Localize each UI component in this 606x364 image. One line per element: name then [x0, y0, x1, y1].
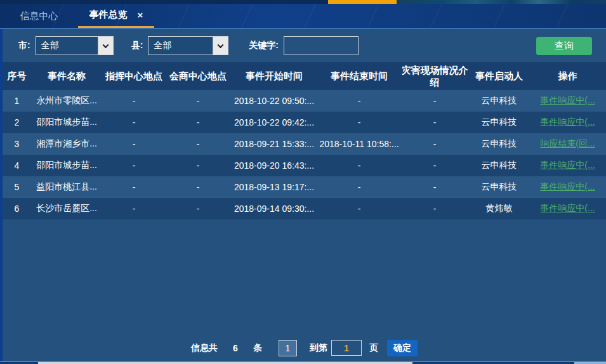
table-row: 3 湘潭市湘乡市... - - 2018-09-21 15:33:... 201… [3, 133, 606, 155]
event-action-link[interactable]: 事件响应中(... [540, 95, 595, 107]
event-action-link[interactable]: 事件响应中(... [540, 181, 595, 193]
chevron-down-icon [98, 37, 113, 55]
column-header-action: 操作 [529, 62, 606, 90]
table-row: 6 长沙市岳麓区... - - 2018-09-14 09:30:... - -… [3, 198, 606, 219]
city-label: 市: [18, 40, 30, 51]
cell-action: 事件响应中(... [529, 155, 606, 176]
total-prefix-label: 信息共 [191, 342, 218, 354]
table-row: 4 邵阳市城步苗... - - 2018-09-20 16:43:... - -… [3, 155, 606, 176]
cell-end-time: - [318, 112, 400, 133]
cell-no: 1 [3, 90, 31, 112]
cell-intro: - [400, 112, 469, 133]
query-button[interactable]: 查询 [536, 37, 592, 55]
cell-event-name: 益阳市桃江县... [31, 176, 102, 198]
table-row: 1 永州市零陵区... - - 2018-10-22 09:50:... - -… [3, 90, 606, 112]
cell-event-name: 邵阳市城步苗... [31, 112, 102, 133]
cell-consult-center: - [166, 90, 230, 112]
column-header-event-name: 事件名称 [31, 62, 102, 90]
event-action-link[interactable]: 事件响应中(... [540, 117, 595, 128]
total-count: 6 [233, 343, 238, 353]
tab-info-center-label: 信息中心 [20, 10, 58, 22]
pagination-bar: 信息共 6 条 1 到第 页 确定 [3, 338, 606, 361]
cell-end-time: - [318, 176, 400, 198]
cell-initiator: 云申科技 [469, 155, 529, 176]
city-select[interactable]: 全部 [36, 36, 114, 55]
cell-initiator: 云申科技 [469, 176, 529, 198]
cell-no: 4 [3, 155, 31, 176]
column-header-end-time: 事件结束时间 [318, 62, 400, 90]
unit-label: 条 [253, 342, 262, 354]
tab-event-overview-label: 事件总览 [89, 9, 128, 21]
goto-page-input[interactable] [331, 340, 362, 356]
close-tab-icon[interactable]: × [138, 10, 143, 20]
cell-start-time: 2018-10-22 09:50:... [230, 90, 318, 112]
chevron-down-icon [213, 37, 228, 55]
cell-command-center: - [102, 155, 166, 176]
cell-consult-center: - [166, 176, 230, 198]
column-header-consult-center: 会商中心地点 [166, 62, 230, 90]
cell-command-center: - [102, 198, 166, 219]
keyword-input[interactable] [284, 36, 359, 55]
cell-initiator: 云申科技 [469, 133, 529, 155]
cell-event-name: 永州市零陵区... [31, 90, 102, 112]
column-header-initiator: 事件启动人 [469, 62, 529, 90]
confirm-button[interactable]: 确定 [387, 340, 418, 356]
cell-intro: - [400, 90, 469, 112]
cell-no: 2 [3, 112, 31, 133]
event-action-link[interactable]: 事件响应中(... [540, 160, 595, 171]
table-row: 2 邵阳市城步苗... - - 2018-10-22 09:42:... - -… [3, 112, 606, 133]
cell-intro: - [400, 176, 469, 198]
cell-action: 响应结束(回... [529, 133, 606, 155]
cell-end-time: 2018-10-11 10:58:... [318, 133, 400, 155]
cell-initiator: 黄炜敏 [469, 198, 529, 219]
content-panel: 市: 全部 县: 全部 关键字: 查询 序号 事件名称 指挥中心地点 会商中心地… [0, 29, 606, 361]
keyword-label: 关键字: [249, 40, 279, 51]
cell-command-center: - [102, 90, 166, 112]
city-select-value: 全部 [36, 37, 98, 55]
app-window: 信息中心 事件总览 × 市: 全部 县: 全部 关键字: 查询 [0, 0, 606, 364]
cell-consult-center: - [166, 198, 230, 219]
cell-action: 事件响应中(... [529, 198, 606, 219]
cell-event-name: 长沙市岳麓区... [31, 198, 102, 219]
column-header-command-center: 指挥中心地点 [102, 62, 166, 90]
cell-end-time: - [318, 198, 400, 219]
cell-start-time: 2018-10-22 09:42:... [230, 112, 318, 133]
tab-info-center[interactable]: 信息中心 [0, 4, 78, 28]
cell-start-time: 2018-09-13 19:17:... [230, 176, 318, 198]
tab-event-overview[interactable]: 事件总览 × [78, 4, 154, 28]
county-label: 县: [131, 40, 143, 51]
goto-label: 到第 [310, 342, 327, 354]
cell-action: 事件响应中(... [529, 90, 606, 112]
cell-start-time: 2018-09-20 16:43:... [230, 155, 318, 176]
events-table: 序号 事件名称 指挥中心地点 会商中心地点 事件开始时间 事件结束时间 灾害现场… [3, 62, 606, 219]
cell-initiator: 云申科技 [469, 90, 529, 112]
table-header-row: 序号 事件名称 指挥中心地点 会商中心地点 事件开始时间 事件结束时间 灾害现场… [3, 62, 606, 90]
cell-no: 6 [3, 198, 31, 219]
page-number-button[interactable]: 1 [279, 340, 297, 356]
cell-intro: - [400, 155, 469, 176]
cell-command-center: - [102, 176, 166, 198]
cell-no: 3 [3, 133, 31, 155]
empty-area [3, 219, 606, 338]
cell-no: 5 [3, 176, 31, 198]
cell-consult-center: - [166, 133, 230, 155]
event-action-link[interactable]: 响应结束(回... [540, 138, 595, 150]
cell-action: 事件响应中(... [529, 176, 606, 198]
page-label: 页 [369, 342, 378, 354]
cell-command-center: - [102, 112, 166, 133]
column-header-no: 序号 [3, 62, 31, 90]
cell-event-name: 湘潭市湘乡市... [31, 133, 102, 155]
cell-end-time: - [318, 90, 400, 112]
cell-consult-center: - [166, 155, 230, 176]
cell-action: 事件响应中(... [529, 112, 606, 133]
county-select[interactable]: 全部 [148, 36, 228, 55]
column-header-intro: 灾害现场情况介绍 [400, 62, 469, 90]
cell-start-time: 2018-09-14 09:30:... [230, 198, 318, 219]
cell-end-time: - [318, 155, 400, 176]
filter-bar: 市: 全部 县: 全部 关键字: 查询 [3, 29, 606, 62]
event-action-link[interactable]: 事件响应中(... [540, 203, 595, 214]
table-body: 1 永州市零陵区... - - 2018-10-22 09:50:... - -… [3, 90, 606, 219]
county-select-value: 全部 [148, 37, 213, 55]
cell-start-time: 2018-09-21 15:33:... [230, 133, 318, 155]
cell-command-center: - [102, 133, 166, 155]
